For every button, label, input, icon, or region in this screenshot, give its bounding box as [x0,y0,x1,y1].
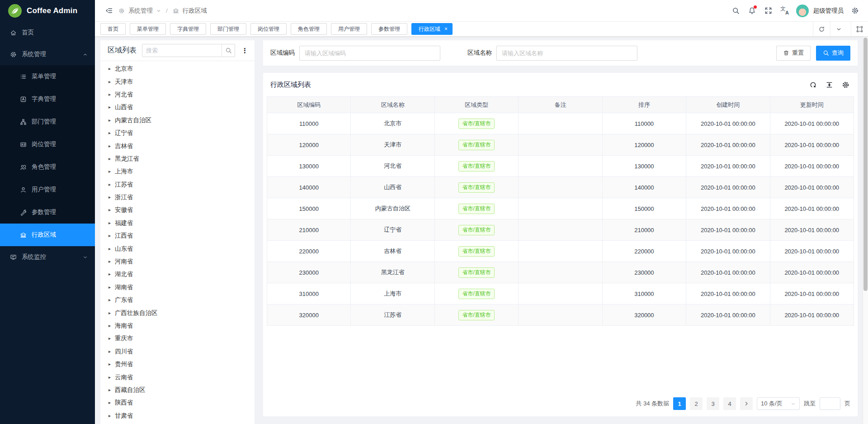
tab[interactable]: 首页 × [100,23,126,35]
tree-item[interactable]: ▸ 天津市 [100,75,255,88]
tree-item[interactable]: ▸ 河北省 [100,88,255,101]
tab-close-icon[interactable]: × [444,26,448,32]
tree-item[interactable]: ▸ 黑龙江省 [100,152,255,165]
tree-item[interactable]: ▸ 吉林省 [100,139,255,152]
caret-right-icon[interactable]: ▸ [108,233,111,238]
caret-right-icon[interactable]: ▸ [108,247,111,251]
tab[interactable]: 字典管理 × [170,23,206,35]
tree-item[interactable]: ▸ 广西壮族自治区 [100,306,255,319]
caret-right-icon[interactable]: ▸ [108,105,111,110]
tree-item[interactable]: ▸ 辽宁省 [100,127,255,139]
next-page-button[interactable] [740,397,753,410]
tab[interactable]: 角色管理 × [291,23,327,35]
caret-right-icon[interactable]: ▸ [108,208,111,212]
caret-right-icon[interactable]: ▸ [108,349,111,354]
tree-item[interactable]: ▸ 湖南省 [100,281,255,294]
caret-right-icon[interactable]: ▸ [108,157,111,161]
caret-right-icon[interactable]: ▸ [108,400,111,405]
caret-right-icon[interactable]: ▸ [108,92,111,97]
notifications-button[interactable] [745,3,760,19]
sidebar-item-region[interactable]: 行政区域 [0,224,95,246]
row-height-icon[interactable] [826,81,833,89]
query-button[interactable]: 查询 [816,46,850,61]
tree-search-icon[interactable] [222,44,235,57]
sidebar-item-dict-mgmt[interactable]: 字典管理 [0,88,95,110]
caret-right-icon[interactable]: ▸ [108,414,111,418]
username[interactable]: 超级管理员 [813,7,844,15]
tabs-menu-button[interactable] [830,22,847,36]
breadcrumb-section[interactable]: 系统管理 [128,7,153,15]
page-button[interactable]: 1 [673,397,686,410]
caret-right-icon[interactable]: ▸ [108,375,111,380]
page-button[interactable]: 4 [723,397,736,410]
search-button[interactable] [728,3,744,19]
tree-item[interactable]: ▸ 北京市 [100,62,255,75]
tree-item[interactable]: ▸ 云南省 [100,371,255,383]
tree-item[interactable]: ▸ 河南省 [100,255,255,268]
caret-right-icon[interactable]: ▸ [108,362,111,367]
tree-item[interactable]: ▸ 山西省 [100,101,255,114]
tabs-refresh-button[interactable] [813,22,830,36]
sidebar-item-user-mgmt[interactable]: 用户管理 [0,178,95,201]
tree-item[interactable]: ▸ 内蒙古自治区 [100,114,255,127]
tree-more-button[interactable]: ⋮ [241,46,249,55]
caret-right-icon[interactable]: ▸ [108,259,111,264]
caret-right-icon[interactable]: ▸ [108,195,111,200]
caret-right-icon[interactable]: ▸ [108,182,111,187]
caret-right-icon[interactable]: ▸ [108,80,111,84]
sidebar-item-role-mgmt[interactable]: 角色管理 [0,156,95,178]
tree-item[interactable]: ▸ 山东省 [100,242,255,255]
tree-item[interactable]: ▸ 海南省 [100,319,255,332]
sidebar-item-dept-mgmt[interactable]: 部门管理 [0,110,95,133]
sidebar-group-system[interactable]: 系统管理 [0,43,95,65]
reset-button[interactable]: 重置 [776,46,811,61]
sidebar-group-monitor[interactable]: 系统监控 [0,246,95,268]
tree-item[interactable]: ▸ 广东省 [100,294,255,306]
caret-right-icon[interactable]: ▸ [108,67,111,71]
tab[interactable]: 菜单管理 × [130,23,166,35]
tree-item[interactable]: ▸ 湖北省 [100,268,255,281]
region-name-input[interactable] [496,46,637,61]
tree-item[interactable]: ▸ 西藏自治区 [100,384,255,396]
caret-right-icon[interactable]: ▸ [108,118,111,123]
tree-item[interactable]: ▸ 上海市 [100,165,255,178]
tab[interactable]: 岗位管理 × [250,23,287,35]
caret-right-icon[interactable]: ▸ [108,336,111,341]
caret-right-icon[interactable]: ▸ [108,311,111,315]
tab[interactable]: 用户管理 × [331,23,367,35]
caret-right-icon[interactable]: ▸ [108,298,111,302]
tree-search-input[interactable] [142,44,222,57]
caret-right-icon[interactable]: ▸ [108,272,111,276]
caret-right-icon[interactable]: ▸ [108,169,111,174]
sidebar-item-post-mgmt[interactable]: 岗位管理 [0,133,95,156]
page-button[interactable]: 2 [690,397,703,410]
tree-item[interactable]: ▸ 陕西省 [100,396,255,409]
sidebar-collapse-button[interactable] [101,3,117,19]
tree-item[interactable]: ▸ 浙江省 [100,191,255,204]
caret-right-icon[interactable]: ▸ [108,144,111,148]
tree-item[interactable]: ▸ 甘肃省 [100,410,255,422]
column-settings-icon[interactable] [842,81,849,89]
tree-item[interactable]: ▸ 江苏省 [100,178,255,191]
page-size-select[interactable]: 10 条/页 [757,397,800,410]
caret-right-icon[interactable]: ▸ [108,388,111,392]
tab[interactable]: 行政区域 × [411,23,453,35]
sidebar-item-menu-mgmt[interactable]: 菜单管理 [0,65,95,88]
tree-item[interactable]: ▸ 安徽省 [100,204,255,216]
tree-item[interactable]: ▸ 四川省 [100,345,255,358]
sidebar-item-param-mgmt[interactable]: 参数管理 [0,201,95,224]
caret-right-icon[interactable]: ▸ [108,221,111,225]
page-button[interactable]: 3 [707,397,719,410]
tab[interactable]: 参数管理 × [371,23,407,35]
logo[interactable]: Coffee Admin [0,0,95,22]
region-code-input[interactable] [299,46,440,61]
caret-right-icon[interactable]: ▸ [108,285,111,290]
refresh-icon[interactable] [809,81,817,89]
tree-item[interactable]: ▸ 贵州省 [100,358,255,371]
translate-button[interactable]: 文A [777,3,793,19]
fullscreen-button[interactable] [761,3,776,19]
jump-page-input[interactable] [820,397,840,410]
tab[interactable]: 部门管理 × [210,23,246,35]
tree-item[interactable]: ▸ 江西省 [100,229,255,242]
scrollbar-thumb[interactable] [863,38,868,291]
